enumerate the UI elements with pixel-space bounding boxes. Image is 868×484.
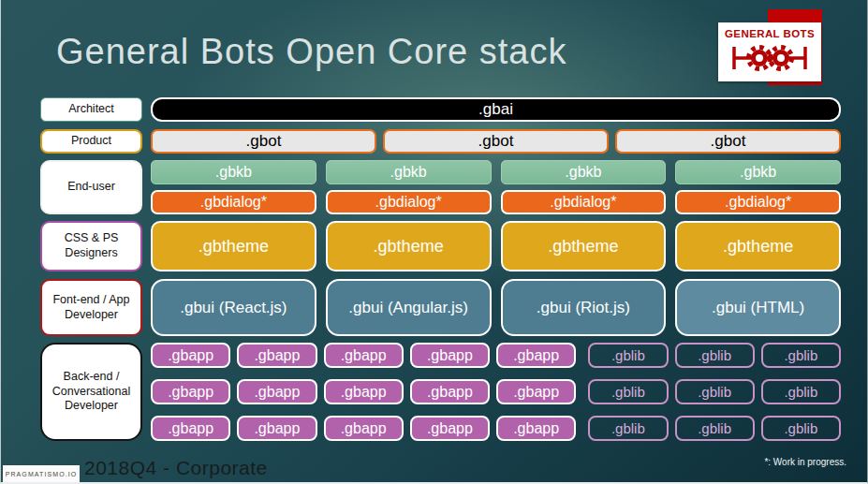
gbapp-box: .gbapp [237, 416, 316, 441]
gbapp-gblib-row: .gbapp .gbapp .gbapp .gbapp .gbapp .gbli… [151, 343, 841, 368]
logo-card: GENERAL BOTS [718, 22, 821, 81]
gbapp-box: .gbapp [324, 416, 404, 441]
gbui-react-box: .gbui (React.js) [151, 279, 316, 336]
row-label-designers: CSS & PS Designers [40, 221, 142, 271]
row-end-user: End-user .gbkb .gbkb .gbkb .gbkb .gbdial… [40, 160, 841, 214]
row-label-end-user: End-user [40, 160, 142, 214]
gbapp-box: .gbapp [151, 416, 230, 441]
row-label-backend: Back-end / Conversational Developer [40, 343, 142, 441]
gblib-box: .gblib [588, 343, 668, 368]
gbdialog-box: .gbdialog* [326, 190, 492, 214]
gbapp-box: .gbapp [237, 343, 316, 368]
gbapp-gblib-row: .gbapp .gbapp .gbapp .gbapp .gbapp .gbli… [151, 379, 841, 404]
gblib-box: .gblib [761, 379, 841, 404]
row-frontend: Font-end / App Developer .gbui (React.js… [40, 279, 841, 336]
gbkb-box: .gbkb [326, 160, 492, 184]
work-in-progress-note: *: Work in progress. [764, 457, 846, 467]
gears-icon [727, 40, 813, 76]
gbapp-box: .gbapp [324, 379, 404, 404]
gbdialog-box: .gbdialog* [675, 190, 841, 214]
slide-title: General Bots Open Core stack [56, 32, 566, 72]
gbui-html-box: .gbui (HTML) [675, 279, 841, 336]
gbkb-box: .gbkb [501, 160, 667, 184]
gbapp-box: .gbapp [237, 379, 316, 404]
gbkb-box: .gbkb [675, 160, 841, 184]
gbapp-box: .gbapp [496, 416, 576, 441]
gbapp-box: .gbapp [151, 379, 230, 404]
row-label-architect: Architect [40, 97, 142, 122]
gbkb-box: .gbkb [151, 160, 316, 184]
gbkb-row: .gbkb .gbkb .gbkb .gbkb [151, 160, 841, 184]
row-designers: CSS & PS Designers .gbtheme .gbtheme .gb… [40, 221, 841, 271]
gbot-box: .gbot [615, 129, 841, 154]
gbapp-box: .gbapp [496, 379, 576, 404]
gbapp-box: .gbapp [410, 343, 490, 368]
gbapp-box: .gbapp [151, 343, 230, 368]
gblib-box: .gblib [675, 416, 755, 441]
gblib-box: .gblib [761, 416, 841, 441]
gbtheme-box: .gbtheme [501, 221, 667, 271]
gbot-box: .gbot [151, 129, 376, 154]
gbtheme-box: .gbtheme [675, 221, 841, 271]
gbapp-box: .gbapp [410, 379, 490, 404]
gbapp-box: .gbapp [324, 343, 404, 368]
gbui-riot-box: .gbui (Riot.js) [501, 279, 667, 336]
gbot-box: .gbot [383, 129, 609, 154]
row-label-frontend: Font-end / App Developer [40, 279, 142, 336]
gblib-box: .gblib [761, 343, 841, 368]
gblib-box: .gblib [588, 416, 668, 441]
pragmatismo-badge: PRAGMATISMO.IO [3, 465, 80, 482]
gbdialog-box: .gbdialog* [501, 190, 667, 214]
gbapp-box: .gbapp [496, 343, 576, 368]
gblib-box: .gblib [588, 379, 668, 404]
slide-canvas: General Bots Open Core stack GENERAL BOT… [0, 0, 868, 484]
stack-diagram: Architect .gbai Product .gbot .gbot .gbo… [40, 97, 841, 441]
logo-brand-text: GENERAL BOTS [725, 28, 815, 39]
gbtheme-box: .gbtheme [151, 221, 316, 271]
gbdialog-row: .gbdialog* .gbdialog* .gbdialog* .gbdial… [151, 190, 841, 214]
row-label-product: Product [40, 129, 142, 154]
gblib-box: .gblib [675, 343, 755, 368]
gbtheme-box: .gbtheme [326, 221, 492, 271]
gblib-box: .gblib [675, 379, 755, 404]
gbapp-box: .gbapp [410, 416, 490, 441]
general-bots-logo: GENERAL BOTS [713, 0, 862, 94]
gbapp-gblib-row: .gbapp .gbapp .gbapp .gbapp .gbapp .gbli… [151, 416, 841, 441]
gbai-box: .gbai [151, 97, 841, 122]
row-product: Product .gbot .gbot .gbot [40, 129, 841, 154]
row-backend: Back-end / Conversational Developer .gba… [40, 343, 841, 441]
gbui-angular-box: .gbui (Angular.js) [326, 279, 492, 336]
gbdialog-box: .gbdialog* [151, 190, 316, 214]
row-architect: Architect .gbai [40, 97, 841, 122]
footer-caption: 2018Q4 - Corporate [84, 457, 268, 479]
